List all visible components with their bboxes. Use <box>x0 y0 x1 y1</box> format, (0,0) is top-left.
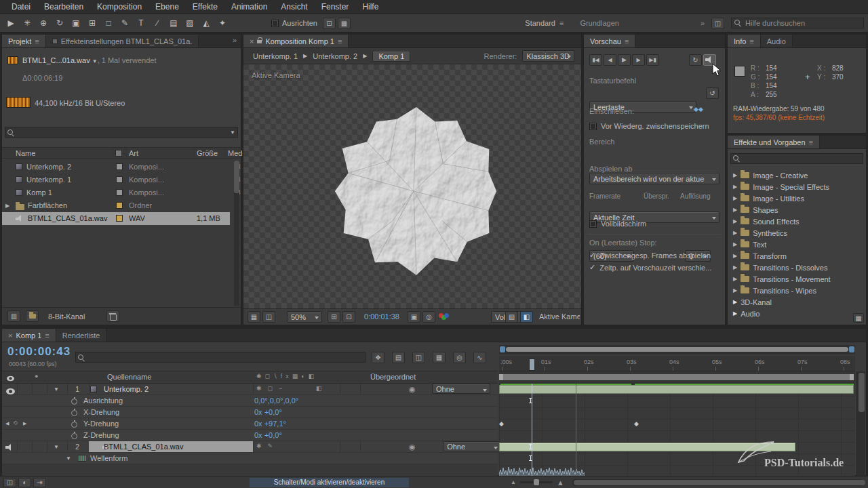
effects-folder[interactable]: ▶Transitions - Movement <box>728 273 855 285</box>
reset-icon[interactable]: ↺ <box>706 87 719 99</box>
show-snapshot-icon[interactable]: ◫ <box>262 311 275 323</box>
range-select[interactable]: Arbeitsbereich wird von der aktue <box>589 173 719 184</box>
project-bit-depth[interactable]: 8-Bit-Kanal <box>48 312 85 321</box>
play-button[interactable]: ▶ <box>618 54 631 66</box>
fullscreen-checkbox[interactable] <box>589 220 597 228</box>
comp-timecode[interactable]: 0:00:01:38 <box>364 312 399 321</box>
loop-button[interactable]: ↻ <box>689 54 702 66</box>
stopwatch-icon[interactable] <box>71 433 77 439</box>
parent-select[interactable]: Ohne <box>432 384 490 394</box>
navigator-start-handle[interactable] <box>500 346 505 352</box>
panel-menu-icon[interactable] <box>809 138 813 146</box>
parent-pickwhip-icon[interactable]: ◉ <box>409 385 416 394</box>
column-label-icon[interactable] <box>115 150 122 157</box>
text-tool-icon[interactable]: T <box>133 16 149 30</box>
menu-ebene[interactable]: Ebene <box>149 2 185 12</box>
keyframe-icon[interactable]: ◆ <box>634 421 639 427</box>
comp-3d-object[interactable] <box>330 100 503 283</box>
composition-mini-flowchart-icon[interactable]: ❖ <box>372 352 384 363</box>
cache-checkbox[interactable] <box>589 123 597 130</box>
navigator-end-handle[interactable] <box>849 346 854 352</box>
brush-tool-icon[interactable]: ∕ <box>149 16 165 30</box>
workspace-menu-icon[interactable] <box>559 19 564 27</box>
tab-audio[interactable]: Audio <box>761 35 793 47</box>
property-row-y-drehung[interactable]: ◀ ◇ ▶ Y-Drehung 0x +97,1° <box>2 418 498 430</box>
project-scrollbar[interactable] <box>234 161 239 306</box>
panel-grip-icon[interactable]: ▦ <box>853 313 864 323</box>
tab-vorschau[interactable]: Vorschau <box>584 35 635 47</box>
property-value[interactable]: 0x +97,1° <box>254 420 286 428</box>
table-row[interactable]: Unterkomp. 2 Komposi... ▤ <box>2 161 241 174</box>
grid-guides-icon[interactable]: ⊞ <box>328 311 340 323</box>
source-name-column[interactable]: Quellenname <box>107 373 151 381</box>
workspace-secondary[interactable]: Grundlagen <box>580 19 619 27</box>
menu-komposition[interactable]: Komposition <box>91 2 148 12</box>
expand-layer-switches-icon[interactable]: ◫ <box>3 478 16 487</box>
effects-folder[interactable]: ▶Text <box>728 239 855 250</box>
panel-menu-icon[interactable] <box>625 37 629 45</box>
parent-column[interactable]: Übergeordnet <box>370 373 416 381</box>
zoom-in-icon[interactable]: ▲ <box>557 479 564 487</box>
column-type[interactable]: Art <box>129 149 138 157</box>
effects-folder[interactable]: ▶Transitions - Dissolves <box>728 262 855 273</box>
timeline-hscrollbar[interactable] <box>572 479 863 486</box>
tab-timeline-komp1[interactable]: × Komp 1 <box>2 329 56 342</box>
previous-frame-button[interactable]: ◀ <box>604 54 616 66</box>
camera-icon[interactable]: ▣ <box>408 311 420 323</box>
footage-name[interactable]: BTML1_C...01a.wav ▼, 1 Mal verwendet <box>22 56 156 64</box>
layer1-duration-bar[interactable] <box>499 385 854 394</box>
hand-tool-icon[interactable]: ✳ <box>19 16 35 30</box>
next-frame-button[interactable]: ▶ <box>632 54 645 66</box>
panel-menu-icon[interactable] <box>749 37 753 45</box>
table-row[interactable]: Unterkomp. 1 Komposi... ▤ <box>2 174 241 186</box>
menu-fenster[interactable]: Fenster <box>315 2 355 12</box>
expand-transfer-controls-icon[interactable]: ◐ <box>18 478 31 487</box>
label-color[interactable] <box>116 176 123 183</box>
panel-menu-icon[interactable] <box>45 331 49 340</box>
tab-effekte-und-vorgaben[interactable]: Effekte und Vorgaben <box>728 136 820 148</box>
channel-icon[interactable] <box>439 313 448 321</box>
pen-tool-icon[interactable]: ✎ <box>117 16 133 30</box>
stopwatch-icon[interactable] <box>71 422 77 428</box>
next-keyframe-icon[interactable]: ▶ <box>23 421 26 426</box>
label-color[interactable] <box>116 215 123 222</box>
effects-folder[interactable]: ▶Image - Utilities <box>728 192 855 204</box>
property-value[interactable]: 0x +0,0° <box>254 431 282 439</box>
layer-row-1[interactable]: ▼ 1 Unterkomp. 2 ✱◻− ◧ ◉ Ohne <box>2 384 498 395</box>
zoom-out-icon[interactable]: ▲ <box>511 479 516 485</box>
layer-row-2[interactable]: ▼ 2 BTML1_CLAS_01a.wav ✱✎ ◉ Ohne <box>2 441 498 453</box>
parent-pickwhip-icon[interactable]: ◉ <box>409 443 416 451</box>
include-overlays-icon[interactable]: ◆◆ <box>694 106 703 113</box>
panel-menu-icon[interactable] <box>338 37 342 45</box>
column-size[interactable]: Größe <box>197 149 218 157</box>
property-row-ausrichtung[interactable]: Ausrichtung 0,0°,0,0°,0,0° <box>2 395 498 407</box>
layer-name[interactable]: BTML1_CLAS_01a.wav <box>104 443 183 451</box>
rotate-tool-icon[interactable]: ↻ <box>52 16 68 30</box>
mask-visibility-icon[interactable]: ⊡ <box>342 311 355 323</box>
effects-search-input[interactable] <box>730 153 863 164</box>
effects-category[interactable]: ▶3D-Kanal <box>728 296 855 308</box>
camera-tool-icon[interactable]: ▣ <box>68 16 84 30</box>
label-color[interactable] <box>116 163 123 170</box>
menu-ansicht[interactable]: Ansicht <box>275 2 313 12</box>
zoom-select[interactable]: 50% <box>287 311 322 323</box>
navigator-bar[interactable] <box>506 347 848 352</box>
workspace-layout-icon[interactable]: ◫ <box>711 18 724 29</box>
breadcrumb-current-comp[interactable]: Komp 1 <box>372 51 410 62</box>
property-row-z-drehung[interactable]: Z-Drehung 0x +0,0° <box>2 430 498 441</box>
work-area-bar[interactable] <box>499 371 855 384</box>
lock-icon[interactable] <box>257 40 262 43</box>
snap-checkbox[interactable] <box>271 20 279 27</box>
tab-komposition[interactable]: × Komposition Komp 1 <box>243 35 349 47</box>
first-frame-button[interactable]: ▮◀ <box>589 54 602 66</box>
property-name[interactable]: Y-Drehung <box>83 420 119 428</box>
trash-icon[interactable] <box>106 310 119 322</box>
threed-switch-icon[interactable]: ◧ <box>316 385 322 392</box>
hscroll-thumb[interactable] <box>574 480 865 485</box>
transparency-grid-icon[interactable]: ◧ <box>520 311 533 323</box>
current-timecode[interactable]: 0:00:00:43 <box>7 345 71 359</box>
effects-folder[interactable]: ▶Synthetics <box>728 227 855 239</box>
graph-editor-icon[interactable]: ∿ <box>473 352 486 363</box>
hide-shy-layers-icon[interactable]: ◫ <box>412 352 425 363</box>
effects-folder[interactable]: ▶Transitions - Wipes <box>728 285 855 296</box>
